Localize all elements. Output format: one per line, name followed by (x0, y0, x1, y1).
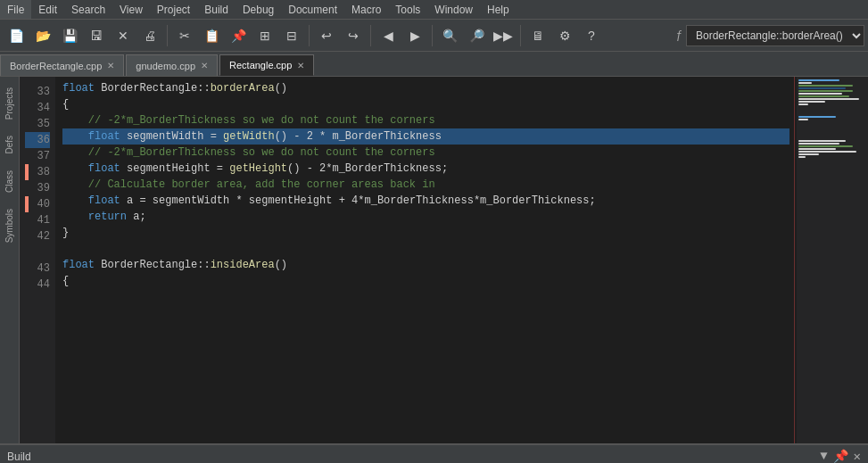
tab-close-gnudemo[interactable]: ✕ (201, 61, 208, 70)
format-button[interactable]: ⊞ (252, 23, 277, 48)
mini-line (798, 82, 812, 84)
build-ctrl-down[interactable]: ▼ (820, 449, 827, 463)
minimap[interactable] (797, 77, 868, 443)
build-ctrl-pin[interactable]: 📌 (833, 449, 848, 463)
bottom-panel: Build ▼ 📌 ✕ ---------- 'build' Project: … (0, 443, 868, 463)
mini-gap (798, 106, 866, 115)
separator-1 (167, 25, 168, 46)
mini-line (798, 85, 853, 87)
code-line-5: // -2*m_BorderThickness so we do not cou… (62, 145, 789, 161)
mini-line (798, 151, 856, 153)
undo-button[interactable]: ↩ (314, 23, 339, 48)
new-button[interactable]: 📄 (4, 23, 29, 48)
print-button[interactable]: 🖨 (137, 23, 162, 48)
code-line-7: // Calculate border area, add the corner… (62, 177, 789, 193)
tab-borderrectangle-cpp[interactable]: BorderRectangle.cpp ✕ (0, 54, 124, 76)
sidebar-item-defs[interactable]: Defs (3, 128, 16, 161)
menu-search[interactable]: Search (64, 0, 112, 19)
sidebar-left: Projects Defs Class Symbols (0, 77, 20, 443)
sidebar-item-symbols[interactable]: Symbols (3, 202, 16, 250)
open-button[interactable]: 📂 (30, 23, 55, 48)
function-icon: ƒ (676, 29, 682, 42)
code-line-1: float BorderRectangle::borderArea() (62, 80, 789, 96)
menu-window[interactable]: Window (427, 0, 480, 19)
find2-button[interactable]: 🔎 (464, 23, 489, 48)
sidebar-item-class[interactable]: Class (3, 163, 16, 200)
mini-line (798, 101, 825, 103)
menu-bar: File Edit Search View Project Build Debu… (0, 0, 868, 20)
save-all-button[interactable]: 🖫 (84, 23, 109, 48)
mini-line (798, 148, 836, 150)
settings-button[interactable]: ⚙ (552, 23, 577, 48)
code-line-13: { (62, 273, 789, 289)
mini-line (798, 98, 859, 100)
tab-label: Rectangle.cpp (229, 60, 292, 70)
code-line-10: } (62, 225, 789, 241)
code-line-6: float segmentHeight = getHeight() - 2*m_… (62, 161, 789, 177)
redo-button[interactable]: ↪ (341, 23, 366, 48)
separator-2 (309, 25, 310, 46)
sidebar-item-projects[interactable]: Projects (3, 80, 16, 127)
cut-button[interactable]: ✂ (172, 23, 197, 48)
menu-tools[interactable]: Tools (388, 0, 427, 19)
help-icon-button[interactable]: ? (579, 23, 604, 48)
menu-document[interactable]: Document (281, 0, 344, 19)
separator-3 (370, 25, 371, 46)
function-selector[interactable]: BorderRectangle::borderArea() (686, 25, 864, 46)
toolbar-right: ƒ BorderRectangle::borderArea() (606, 25, 864, 46)
save-button[interactable]: 💾 (57, 23, 82, 48)
main-area: Projects Defs Class Symbols 33 34 35 36 … (0, 77, 868, 443)
mini-line (798, 143, 839, 145)
mini-gap2 (798, 121, 866, 139)
mini-line (798, 79, 839, 81)
code-line-2: { (62, 96, 789, 112)
menu-view[interactable]: View (112, 0, 150, 19)
close-button[interactable]: ✕ (111, 23, 136, 48)
find-button[interactable]: 🔍 (437, 23, 462, 48)
monitor-button[interactable]: 🖥 (525, 23, 550, 48)
toolbar: 📄 📂 💾 🖫 ✕ 🖨 ✂ 📋 📌 ⊞ ⊟ ↩ ↪ ◀ ▶ 🔍 🔎 ▶▶ 🖥 ⚙… (0, 20, 868, 52)
line-numbers: 33 34 35 36 37 38 39 40 41 42 43 44 (20, 77, 55, 443)
mini-line (798, 156, 806, 158)
build-header: Build ▼ 📌 ✕ (0, 445, 868, 463)
build-title: Build (7, 451, 31, 463)
mini-line (798, 90, 853, 92)
tab-label: gnudemo.cpp (136, 61, 195, 71)
tabs-bar: BorderRectangle.cpp ✕ gnudemo.cpp ✕ Rect… (0, 52, 868, 77)
tab-close-rectangle[interactable]: ✕ (297, 61, 304, 70)
code-line-11 (62, 241, 789, 257)
minimap-content (797, 77, 868, 161)
build-controls: ▼ 📌 ✕ (820, 449, 861, 463)
code-content[interactable]: float BorderRectangle::borderArea() { //… (55, 77, 797, 443)
paste-button[interactable]: 📌 (226, 23, 251, 48)
mini-line (798, 93, 842, 95)
menu-macro[interactable]: Macro (344, 0, 388, 19)
menu-edit[interactable]: Edit (31, 0, 64, 19)
run-button[interactable]: ▶▶ (491, 23, 516, 48)
menu-debug[interactable]: Debug (236, 0, 281, 19)
separator-5 (520, 25, 521, 46)
build-ctrl-close[interactable]: ✕ (854, 449, 861, 463)
code-line-3: // -2*m_BorderThickness so we do not cou… (62, 112, 789, 128)
mini-line (798, 145, 853, 147)
code-line-4: float segmentWidth = getWidth() - 2 * m_… (62, 128, 789, 145)
back-button[interactable]: ◀ (376, 23, 401, 48)
copy-button[interactable]: 📋 (199, 23, 224, 48)
mini-line (798, 119, 808, 120)
mini-line (798, 153, 819, 155)
code-line-8: float a = segmentWidth * segmentHeight +… (62, 193, 789, 209)
menu-file[interactable]: File (0, 0, 31, 19)
tab-rectangle-cpp[interactable]: Rectangle.cpp ✕ (219, 54, 314, 76)
code-line-9: return a; (62, 209, 789, 225)
forward-button[interactable]: ▶ (402, 23, 427, 48)
menu-build[interactable]: Build (197, 0, 236, 19)
select-button[interactable]: ⊟ (279, 23, 304, 48)
mini-line (798, 95, 849, 97)
mini-line (798, 140, 846, 142)
tab-close-borderrectangle[interactable]: ✕ (107, 61, 114, 70)
tab-gnudemo-cpp[interactable]: gnudemo.cpp ✕ (126, 54, 218, 76)
mini-line (798, 87, 846, 89)
menu-project[interactable]: Project (150, 0, 197, 19)
menu-help[interactable]: Help (480, 0, 517, 19)
code-editor[interactable]: 33 34 35 36 37 38 39 40 41 42 43 44 floa… (20, 77, 868, 443)
